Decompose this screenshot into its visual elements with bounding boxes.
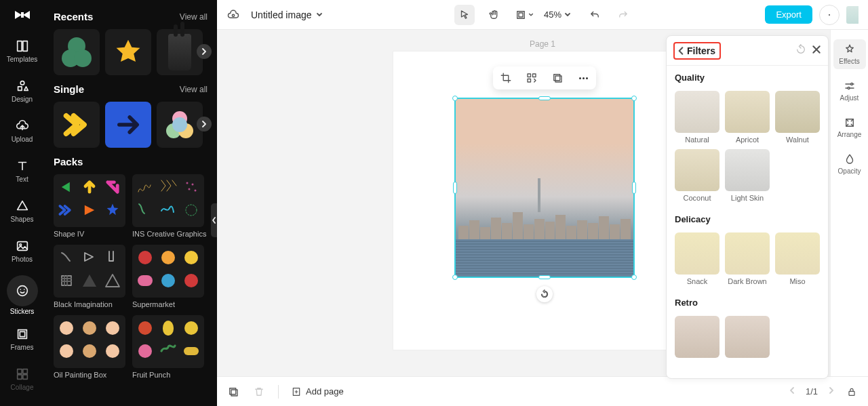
pack-thumb[interactable] — [132, 315, 204, 368]
svg-rect-26 — [528, 79, 531, 83]
svg-rect-4 — [18, 87, 21, 91]
delete-page-button[interactable] — [252, 385, 266, 399]
rail-design[interactable]: Design — [6, 75, 39, 107]
view-all-single[interactable]: View all — [180, 85, 208, 94]
pack-label: Oil Painting Box — [54, 371, 125, 379]
filter-item[interactable] — [675, 316, 719, 358]
redo-button[interactable] — [613, 5, 633, 25]
resize-handle[interactable] — [453, 182, 457, 194]
filter-item[interactable]: Coconut — [675, 149, 719, 202]
filter-section-retro: Retro — [675, 298, 820, 308]
share-button[interactable] — [819, 5, 840, 25]
filter-item[interactable]: Dark Brown — [725, 232, 770, 285]
rail-label: Templates — [7, 56, 38, 63]
crop-button[interactable] — [498, 70, 513, 85]
topbar: Untitled image 45% Export — [217, 0, 868, 30]
zoom-value: 45% — [544, 9, 561, 20]
svg-point-15 — [192, 184, 194, 186]
svg-point-18 — [186, 205, 197, 216]
document-title[interactable]: Untitled image — [251, 9, 323, 20]
filter-item[interactable]: Miso — [775, 232, 820, 285]
section-title-packs: Packs — [54, 156, 83, 167]
svg-point-16 — [189, 188, 191, 190]
svg-point-17 — [195, 190, 197, 192]
rotate-handle[interactable] — [536, 286, 553, 302]
resize-handle[interactable] — [452, 96, 458, 101]
right-rail: Effects Adjust Arrange Opacity — [830, 30, 868, 376]
svg-rect-25 — [533, 74, 536, 77]
bottombar: Add page 1/1 — [217, 376, 868, 406]
next-page-button[interactable] — [827, 386, 835, 397]
prev-page-button[interactable] — [788, 386, 796, 397]
pack-thumb[interactable] — [132, 245, 204, 298]
rail-text[interactable]: Text — [6, 155, 39, 187]
export-button[interactable]: Export — [765, 5, 812, 24]
duplicate-page-button[interactable] — [226, 385, 240, 399]
selected-image[interactable] — [454, 98, 635, 278]
rail-photos[interactable]: Photos — [6, 235, 39, 267]
add-page-button[interactable]: Add page — [291, 386, 344, 397]
cursor-tool[interactable] — [454, 5, 475, 25]
resize-handle[interactable] — [632, 182, 636, 194]
page[interactable] — [393, 52, 692, 350]
svg-rect-27 — [554, 75, 560, 81]
rail-templates[interactable]: Templates — [6, 35, 39, 67]
svg-point-29 — [850, 83, 852, 85]
rail-collage[interactable]: Collage — [6, 363, 39, 395]
pack-thumb[interactable] — [54, 174, 125, 227]
carousel-next[interactable] — [197, 44, 212, 59]
filters-panel: Filters Quality Natural Apricot Walnut C… — [666, 35, 829, 379]
rr-arrange[interactable]: Arrange — [833, 113, 866, 142]
svg-rect-11 — [22, 369, 26, 373]
resize-handle[interactable] — [631, 96, 637, 101]
filter-item[interactable]: Natural — [675, 91, 719, 144]
filters-back-button[interactable]: Filters — [673, 42, 721, 60]
rr-opacity[interactable]: Opacity — [833, 149, 866, 179]
magic-button[interactable] — [524, 70, 539, 85]
rr-effects[interactable]: Effects — [833, 39, 866, 69]
resize-tool[interactable] — [514, 5, 534, 25]
view-all-recents[interactable]: View all — [180, 12, 208, 22]
filter-item[interactable]: Light Skin — [725, 149, 770, 202]
more-button[interactable] — [576, 70, 591, 85]
rail-shapes[interactable]: Shapes — [6, 195, 39, 227]
lock-button[interactable] — [845, 385, 859, 399]
rail-upload[interactable]: Upload — [6, 115, 39, 147]
svg-point-7 — [17, 286, 27, 296]
image-content — [456, 99, 633, 277]
rail-frames[interactable]: Frames — [6, 323, 39, 355]
svg-rect-5 — [17, 242, 27, 251]
carousel-next[interactable] — [197, 117, 212, 131]
hand-tool[interactable] — [484, 5, 505, 25]
zoom-control[interactable]: 45% — [544, 9, 571, 20]
pack-thumb[interactable] — [54, 315, 125, 368]
recent-thumb[interactable] — [54, 29, 100, 75]
undo-button[interactable] — [585, 5, 605, 25]
reset-button[interactable] — [795, 44, 806, 58]
panel-collapse-handle[interactable] — [211, 203, 217, 237]
close-button[interactable] — [812, 45, 821, 57]
filter-item[interactable]: Apricot — [725, 91, 770, 144]
pack-thumb[interactable] — [54, 245, 125, 298]
layer-button[interactable] — [550, 70, 565, 85]
single-thumb[interactable] — [54, 102, 100, 148]
filter-item[interactable]: Snack — [675, 232, 719, 285]
rail-stickers[interactable] — [7, 275, 38, 306]
filter-item[interactable]: Walnut — [775, 91, 820, 144]
filter-item[interactable] — [725, 316, 770, 358]
resize-handle[interactable] — [452, 275, 458, 280]
rr-adjust[interactable]: Adjust — [833, 76, 866, 106]
resize-handle[interactable] — [631, 275, 637, 280]
section-title-recents: Recents — [54, 11, 93, 22]
cloud-sync-icon[interactable] — [226, 8, 240, 22]
pack-label: INS Creative Graphics — [132, 230, 206, 238]
recent-thumb[interactable] — [105, 29, 151, 75]
rail-label: Upload — [12, 136, 33, 143]
recent-thumb[interactable] — [157, 29, 203, 75]
single-thumb[interactable] — [105, 102, 151, 148]
pack-thumb[interactable] — [132, 174, 204, 227]
layers-peek[interactable] — [846, 6, 859, 24]
resize-handle[interactable] — [538, 275, 551, 279]
single-thumb[interactable] — [157, 102, 203, 148]
resize-handle[interactable] — [538, 96, 551, 100]
